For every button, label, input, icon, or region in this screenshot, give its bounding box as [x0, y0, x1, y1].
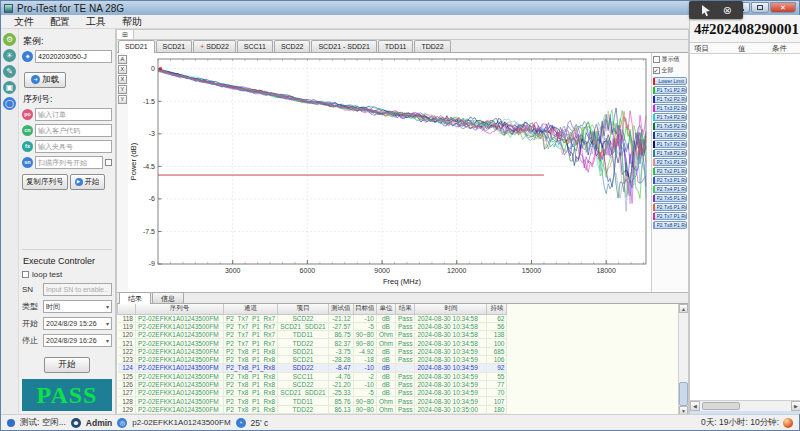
table-row[interactable]: 119P2-02EFKK1A01243500FMP2_Tx7_P1_Rx7SCD…: [118, 322, 507, 330]
column-header[interactable]: 时间: [415, 304, 487, 314]
scroll-right-icon[interactable]: ▶: [791, 401, 800, 411]
serial-input-fx[interactable]: 输入夹具号: [35, 140, 112, 153]
legend-p1-tx7-p2-rx7[interactable]: P1 Tx7 P2 Rx7: [653, 140, 687, 148]
copy-serial-button[interactable]: 复制序列号: [22, 174, 68, 190]
snowflake-icon[interactable]: ✳: [3, 49, 16, 62]
legend-p2-tx7-p1-rx7[interactable]: P2 Tx7 P1 Rx7: [653, 212, 687, 220]
legend-p1-tx5-p2-rx5[interactable]: P1 Tx5 P2 Rx5: [653, 122, 687, 130]
legend-p1-tx2-p2-rx2[interactable]: P1 Tx2 P2 Rx2: [653, 95, 687, 103]
horizontal-scrollbar[interactable]: ◀ ▶: [690, 401, 800, 411]
legend-p2-tx5-p1-rx5[interactable]: P2 Tx5 P1 Rx5: [653, 194, 687, 202]
edit-icon[interactable]: ✎: [3, 65, 16, 78]
column-header[interactable]: 测试值: [328, 304, 353, 314]
grid-view-tab[interactable]: ⊞: [117, 30, 134, 39]
menu-item-help[interactable]: 帮助: [115, 15, 149, 28]
serial-input-po[interactable]: 输入订单: [35, 108, 112, 121]
type-select[interactable]: 时间▾: [43, 300, 112, 313]
stop-time-picker[interactable]: 2024/8/29 16:26▾: [43, 334, 112, 347]
vertical-scrollbar[interactable]: ▲ ▼: [678, 304, 688, 415]
load-button[interactable]: ➜ 加载: [24, 72, 66, 88]
show-value-checkbox[interactable]: [653, 56, 660, 63]
menu-item-file[interactable]: 文件: [7, 15, 41, 28]
close-circle-icon[interactable]: ⊗: [723, 5, 732, 16]
column-header[interactable]: 单位: [376, 304, 395, 314]
axis-zoom-button-3[interactable]: Y: [118, 85, 127, 94]
ring-icon[interactable]: ◯: [3, 97, 16, 110]
tab-tdd22[interactable]: TDD22: [414, 40, 450, 52]
start-time-picker[interactable]: 2024/8/29 15:26▾: [43, 317, 112, 330]
stop-icon[interactable]: ▣: [3, 81, 16, 94]
run-button[interactable]: 开始: [44, 357, 90, 373]
legend-p2-tx6-p1-rx6[interactable]: P2 Tx6 P1 Rx6: [653, 203, 687, 211]
table-row[interactable]: 122P2-02EFKK1A01243500FMP2_Tx8_P1_Rx8SDD…: [118, 347, 507, 355]
close-button[interactable]: ✕: [770, 2, 796, 13]
legend-p1-tx1-p2-rx1[interactable]: P1 Tx1 P2 Rx1: [653, 86, 687, 94]
legend-p2-tx2-p1-rx2[interactable]: P2 Tx2 P1 Rx2: [653, 167, 687, 175]
axis-zoom-button-1[interactable]: X: [118, 65, 127, 74]
tab-scc11[interactable]: SCC11: [237, 40, 273, 52]
case-input[interactable]: 42020203050-J: [35, 50, 112, 63]
table-row[interactable]: 123P2-02EFKK1A01243500FMP2_Tx8_P1_Rx8SCD…: [118, 355, 507, 363]
legend-p2-tx1-p1-rx1[interactable]: P2 Tx1 P1 Rx1: [653, 158, 687, 166]
column-header[interactable]: [118, 304, 136, 314]
menu-item-settings[interactable]: 配置: [43, 15, 77, 28]
legend-p1-tx6-p2-rx6[interactable]: P1 Tx6 P2 Rx6: [653, 131, 687, 139]
table-row[interactable]: 124P2-02EFKK1A01243500FMP2_Tx8_P1_Rx8SDD…: [118, 364, 507, 372]
axis-zoom-button-0[interactable]: A: [118, 55, 127, 64]
fx-icon: fx: [22, 141, 33, 152]
tab-scd21[interactable]: SCD21: [156, 40, 193, 52]
all-checkbox[interactable]: ✓: [653, 67, 660, 74]
table-row[interactable]: 127P2-02EFKK1A01243500FMP2_Tx8_P1_Rx8SCD…: [118, 389, 507, 397]
column-header[interactable]: 目标值: [353, 304, 376, 314]
scroll-left-icon[interactable]: ◀: [690, 401, 700, 411]
legend-p2-tx8-p1-rx8[interactable]: P2 Tx8 P1 Rx8: [653, 221, 687, 229]
menu-item-tools[interactable]: 工具: [79, 15, 113, 28]
table-row[interactable]: 126P2-02EFKK1A01243500FMP2_Tx8_P1_Rx8SCD…: [118, 380, 507, 388]
maximize-button[interactable]: [751, 2, 769, 13]
tab-tdd11[interactable]: TDD11: [378, 40, 414, 52]
column-header[interactable]: 通道: [224, 304, 278, 314]
column-header[interactable]: 持续: [487, 304, 507, 314]
column-header[interactable]: 项目: [278, 304, 329, 314]
table-cell: P2-02EFKK1A01243500FM: [136, 405, 224, 413]
legend-p1-tx8-p2-rx8[interactable]: P1 Tx8 P2 Rx8: [653, 149, 687, 157]
cursor-icon[interactable]: [700, 4, 712, 17]
tab-scd22[interactable]: SCD22: [274, 40, 311, 52]
table-row[interactable]: 128P2-02EFKK1A01243500FMP2_Tx8_P1_Rx8TDD…: [118, 397, 507, 405]
sn-input[interactable]: Input SN to enable…: [43, 283, 112, 296]
scroll-up-icon[interactable]: ▲: [679, 304, 688, 313]
result-table[interactable]: 序列号通道项目测试值目标值单位结果时间持续118P2-02EFKK1A01243…: [117, 304, 678, 415]
svg-text:-3: -3: [148, 130, 154, 137]
column-header[interactable]: 序列号: [136, 304, 224, 314]
start-serial-button[interactable]: ▶ 开始: [70, 174, 105, 190]
column-header[interactable]: 结果: [396, 304, 415, 314]
legend-p2-tx3-p1-rx3[interactable]: P2 Tx3 P1 Rx3: [653, 176, 687, 184]
table-row[interactable]: 129P2-02EFKK1A01243500FMP2_Tx8_P1_Rx8TDD…: [118, 405, 507, 413]
hscrollbar-thumb[interactable]: [702, 402, 740, 410]
sn-label: SN: [22, 285, 40, 294]
table-row[interactable]: 120P2-02EFKK1A01243500FMP2_Tx7_P1_Rx7TDD…: [118, 331, 507, 339]
result-tab-info[interactable]: 信息: [152, 292, 184, 303]
legend-lower-limit[interactable]: Lower Limit: [653, 77, 687, 85]
legend-p1-tx4-p2-rx4[interactable]: P1 Tx4 P2 Rx4: [653, 113, 687, 121]
serial-input-cn[interactable]: 输入客户代码: [35, 124, 112, 137]
legend-p2-tx4-p1-rx4[interactable]: P2 Tx4 P1 Rx4: [653, 185, 687, 193]
scrollbar-thumb[interactable]: [679, 382, 688, 406]
line-chart[interactable]: 3000600090001200015000180000-1.5-3-4.5-6…: [128, 53, 651, 292]
tab-sdd22[interactable]: +SDD22: [193, 40, 236, 52]
table-row[interactable]: 118P2-02EFKK1A01243500FMP2_Tx7_P1_Rx7SCD…: [118, 314, 507, 322]
legend-color-bar: [653, 177, 656, 184]
scan-start-checkbox[interactable]: [105, 159, 112, 166]
axis-zoom-button-4[interactable]: Y: [118, 95, 127, 104]
table-row[interactable]: 121P2-02EFKK1A01243500FMP2_Tx7_P1_Rx7TDD…: [118, 339, 507, 347]
result-tab-results[interactable]: 结果: [119, 292, 151, 304]
test-status: 测试: 空闲...: [20, 417, 66, 429]
serial-input-sn[interactable]: 扫描序列号开始: [35, 156, 103, 169]
tab-scd21-sdd21[interactable]: SCD21 - SDD21: [311, 40, 376, 52]
loop-test-checkbox[interactable]: [22, 271, 29, 278]
tab-sdd21[interactable]: SDD21: [118, 40, 155, 53]
axis-zoom-button-2[interactable]: X: [118, 75, 127, 84]
legend-p1-tx3-p2-rx3[interactable]: P1 Tx3 P2 Rx3: [653, 104, 687, 112]
gear-icon[interactable]: ⚙: [3, 33, 16, 46]
table-row[interactable]: 125P2-02EFKK1A01243500FMP2_Tx8_P1_Rx8SCC…: [118, 372, 507, 380]
